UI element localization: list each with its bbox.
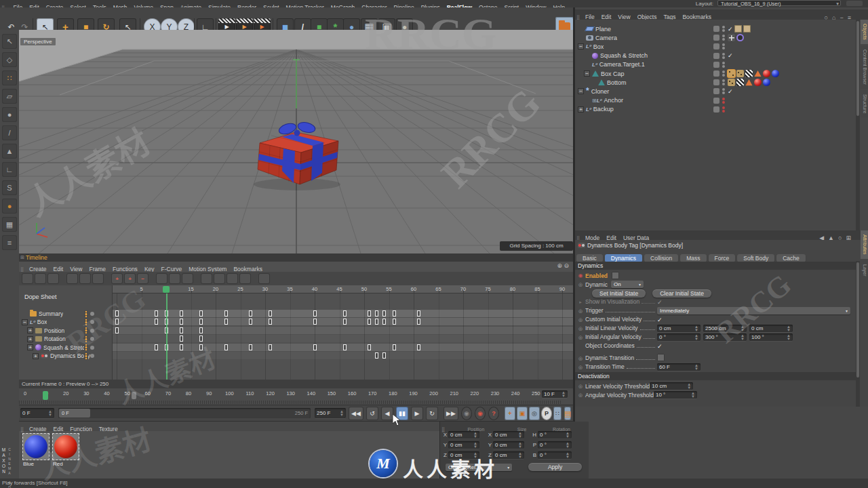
- menu-item-texture[interactable]: Texture: [96, 424, 121, 434]
- value-field[interactable]: 2500 cm▲▼: [703, 325, 747, 332]
- keyframe[interactable]: [382, 352, 386, 359]
- coord-field[interactable]: 0 cm▲▼: [448, 431, 479, 439]
- viewport-camera-label[interactable]: Perspective: [20, 38, 56, 45]
- anim-dot-icon[interactable]: ▸: [577, 300, 584, 305]
- object-axis-icon[interactable]: ∟: [2, 162, 17, 177]
- anim-dot-icon[interactable]: ◎: [577, 335, 584, 340]
- track-row[interactable]: Summary: [19, 310, 113, 318]
- timeline-titlebar[interactable]: ⊞ Timeline: [19, 253, 573, 262]
- menu-item-function[interactable]: Function: [66, 424, 96, 434]
- keyframe[interactable]: [115, 319, 119, 325]
- layer-toggle[interactable]: [713, 53, 719, 59]
- object-label[interactable]: Backup: [593, 106, 614, 113]
- coord-field[interactable]: 0 °▲▼: [538, 431, 572, 439]
- tag-tex-icon[interactable]: [743, 25, 751, 33]
- track-row[interactable]: +Position: [19, 327, 113, 335]
- end-frame-field[interactable]: 250 F▲▼: [315, 408, 346, 418]
- anim-dot-icon[interactable]: ◎: [577, 317, 584, 323]
- tag-dots-icon[interactable]: [736, 70, 744, 77]
- visibility-dots[interactable]: [722, 26, 725, 32]
- playhead-marker[interactable]: [163, 286, 170, 293]
- play-backwards-button[interactable]: ↺: [366, 407, 378, 420]
- track-mute-icon[interactable]: [90, 354, 94, 358]
- object-row[interactable]: Camera: [575, 33, 856, 42]
- object-row[interactable]: −Box Cap: [575, 69, 856, 78]
- keying-help-button[interactable]: ?: [488, 407, 499, 420]
- object-label[interactable]: Bottom: [607, 79, 627, 86]
- object-row[interactable]: Bottom: [575, 78, 856, 87]
- anim-dot-icon[interactable]: ◎: [577, 282, 584, 287]
- track-mute-icon[interactable]: [90, 329, 94, 333]
- panel-tab-structure[interactable]: Structure: [861, 90, 868, 117]
- keyframe[interactable]: [269, 344, 272, 350]
- keyframe[interactable]: [199, 310, 203, 317]
- track-label[interactable]: Box: [37, 319, 47, 325]
- tag-target-icon[interactable]: [736, 34, 744, 41]
- paint-setup-icon[interactable]: ●: [2, 199, 17, 214]
- set-initial-state-button[interactable]: Set Initial State: [592, 289, 646, 298]
- keyframe[interactable]: [313, 344, 317, 350]
- keyframe[interactable]: [224, 319, 228, 325]
- visibility-dots[interactable]: [722, 88, 725, 94]
- layer-toggle[interactable]: [713, 88, 719, 94]
- track-label[interactable]: Rotation: [44, 336, 66, 342]
- material-label[interactable]: Blue: [23, 461, 34, 467]
- checkbox[interactable]: [612, 272, 619, 279]
- edges-mode-icon[interactable]: /: [2, 125, 17, 140]
- autokeying-button[interactable]: ◉: [475, 407, 486, 420]
- timeline-ruler[interactable]: 51015202530354045505560657075808590: [113, 285, 573, 293]
- coord-field[interactable]: 0 °▲▼: [538, 451, 572, 459]
- linear-interp-icon[interactable]: [156, 273, 167, 284]
- track-keys-icon[interactable]: [84, 344, 88, 351]
- range-slider-thumb[interactable]: 0 F: [59, 409, 90, 418]
- track-keys-icon[interactable]: [84, 352, 88, 360]
- dropdown[interactable]: On▾: [611, 281, 644, 288]
- coord-field[interactable]: 0 cm▲▼: [448, 441, 479, 449]
- texture-view-icon[interactable]: ▦: [2, 217, 17, 232]
- expander-icon[interactable]: +: [33, 353, 39, 359]
- visibility-dots[interactable]: [722, 62, 725, 68]
- track-mute-icon[interactable]: [90, 346, 94, 350]
- tag-checker-icon[interactable]: [745, 70, 753, 77]
- value-field[interactable]: 0 cm▲▼: [749, 325, 793, 332]
- anim-dot-icon[interactable]: ◎: [577, 392, 584, 398]
- keyframe[interactable]: [180, 310, 183, 317]
- object-label[interactable]: Cloner: [591, 88, 610, 95]
- tag-cone-icon[interactable]: [745, 79, 753, 86]
- keyframe[interactable]: [115, 310, 119, 317]
- track-before-icon[interactable]: [66, 273, 78, 284]
- record-pla-button[interactable]: ∷: [553, 407, 561, 420]
- step-forward-button[interactable]: ▶: [411, 407, 423, 420]
- keyframe[interactable]: [249, 344, 252, 350]
- tag-dots-icon[interactable]: [728, 79, 735, 86]
- expander-icon[interactable]: −: [578, 43, 584, 49]
- panel-tab-attributes[interactable]: Attributes: [861, 230, 868, 259]
- track-repeat-icon[interactable]: [79, 273, 91, 284]
- object-label[interactable]: Camera: [595, 35, 617, 41]
- clear-initial-state-button[interactable]: Clear Initial State: [652, 289, 711, 298]
- object-row[interactable]: −*Cloner✓: [575, 87, 856, 96]
- layer-toggle[interactable]: [713, 62, 719, 68]
- ease-both-icon[interactable]: [226, 273, 238, 284]
- auto-tangent-icon[interactable]: [239, 273, 251, 284]
- ease-out-icon[interactable]: [214, 273, 225, 284]
- visibility-dots[interactable]: [722, 43, 725, 49]
- coord-field[interactable]: 0 °▲▼: [538, 441, 572, 449]
- object-row[interactable]: −LºBox: [575, 42, 856, 51]
- visibility-dots[interactable]: [722, 106, 725, 113]
- keyframe[interactable]: [368, 310, 371, 317]
- checkbox[interactable]: ✓: [657, 317, 663, 323]
- coord-field[interactable]: 0 cm▲▼: [493, 441, 524, 449]
- spline-interp-icon[interactable]: [182, 273, 193, 284]
- expander-icon[interactable]: +: [27, 336, 33, 342]
- playhead-line[interactable]: [166, 293, 167, 380]
- goto-start-button[interactable]: ◀◀: [349, 407, 363, 420]
- visibility-dots[interactable]: [722, 79, 725, 85]
- keyframe[interactable]: [417, 319, 420, 325]
- track-after-icon[interactable]: [92, 273, 104, 284]
- keyframe-selection-button[interactable]: ▤: [564, 407, 571, 420]
- tag-cross-icon[interactable]: [728, 34, 735, 41]
- keyframe[interactable]: [249, 319, 252, 325]
- keyframe[interactable]: [343, 319, 347, 325]
- track-row[interactable]: +Rotation: [19, 335, 113, 343]
